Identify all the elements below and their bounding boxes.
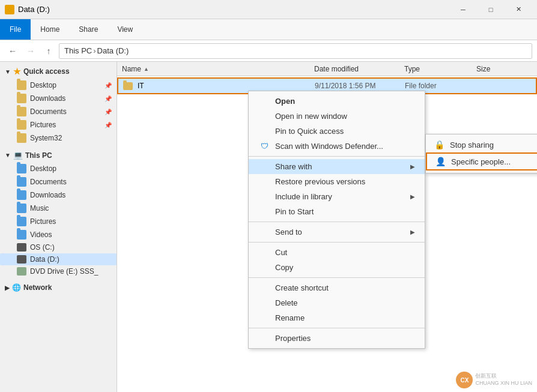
folder-blue-icon — [17, 230, 26, 240]
submenu-share: 🔒 Stop sharing 👤 Specific people... — [425, 134, 537, 173]
menu-separator-4 — [249, 277, 425, 278]
context-menu: Open Open in new window Pin to Quick acc… — [248, 91, 425, 349]
menu-item-copy[interactable]: Copy — [249, 260, 425, 275]
folder-blue-icon — [17, 217, 26, 226]
menu-item-include-library[interactable]: Include in library ▶ — [249, 189, 425, 204]
addressbar: ← → ↑ This PC › Data (D:) — [0, 40, 537, 62]
up-button[interactable]: ↑ — [41, 43, 56, 59]
file-name: IT — [138, 82, 315, 90]
sidebar-item-label: Downloads — [30, 191, 65, 199]
submenu-arrow-icon: ▶ — [410, 193, 415, 200]
sidebar-item-downloads-pc[interactable]: Downloads — [0, 188, 117, 202]
sidebar-item-system32-qa[interactable]: System32 — [0, 131, 117, 145]
sidebar-item-osc[interactable]: OS (C:) — [0, 241, 117, 253]
ribbon: File Home Share View — [0, 19, 537, 40]
sidebar-item-documents-qa[interactable]: Documents 📌 — [0, 105, 117, 118]
pin-icon: 📌 — [105, 122, 112, 128]
menu-separator-3 — [249, 242, 425, 243]
col-header-name[interactable]: Name ▲ — [122, 65, 314, 73]
ribbon-tab-home[interactable]: Home — [31, 19, 69, 40]
sidebar-item-videos-pc[interactable]: Videos — [0, 228, 117, 241]
sidebar-item-pictures-qa[interactable]: Pictures 📌 — [0, 118, 117, 131]
menu-item-open-new-window[interactable]: Open in new window — [249, 109, 425, 124]
column-headers: Name ▲ Date modified Type Size — [117, 62, 537, 76]
minimize-button[interactable]: ─ — [449, 0, 477, 19]
watermark: CX 创新互联 CHUANG XIN HU LIAN — [456, 372, 532, 388]
sidebar: ▼ ★ Quick access Desktop 📌 Downloads 📌 D… — [0, 62, 117, 392]
address-segment-pc: This PC — [64, 46, 92, 55]
submenu-item-stop-sharing[interactable]: 🔒 Stop sharing — [426, 137, 537, 152]
menu-item-delete[interactable]: Delete — [249, 295, 425, 310]
menu-item-pin-quick[interactable]: Pin to Quick access — [249, 124, 425, 139]
sidebar-quickaccess-header[interactable]: ▼ ★ Quick access — [0, 64, 117, 79]
sidebar-item-label: Pictures — [30, 217, 56, 226]
main-area: ▼ ★ Quick access Desktop 📌 Downloads 📌 D… — [0, 62, 537, 392]
sidebar-item-label: Data (D:) — [30, 255, 59, 264]
address-separator: › — [93, 46, 96, 55]
sort-arrow: ▲ — [144, 66, 149, 72]
col-header-date[interactable]: Date modified — [314, 65, 404, 73]
ribbon-tab-view[interactable]: View — [108, 19, 142, 40]
submenu-arrow-icon: ▶ — [410, 229, 415, 235]
sidebar-item-label: OS (C:) — [30, 243, 55, 252]
menu-item-send-to[interactable]: Send to ▶ — [249, 225, 425, 240]
network-icon: 🌐 — [12, 283, 21, 292]
sidebar-item-music-pc[interactable]: Music — [0, 202, 117, 215]
sidebar-item-label: Desktop — [30, 81, 56, 89]
col-header-type[interactable]: Type — [404, 65, 476, 73]
col-header-size[interactable]: Size — [476, 65, 532, 73]
watermark-logo: CX — [456, 372, 473, 388]
forward-button[interactable]: → — [23, 43, 38, 59]
close-button[interactable]: ✕ — [505, 0, 532, 19]
quickaccess-arrow: ▼ — [5, 68, 11, 75]
back-button[interactable]: ← — [5, 43, 20, 59]
sidebar-thispc-header[interactable]: ▼ 💻 This PC — [0, 148, 117, 162]
menu-item-restore[interactable]: Restore previous versions — [249, 174, 425, 189]
menu-item-rename[interactable]: Rename — [249, 310, 425, 325]
maximize-button[interactable]: □ — [477, 0, 505, 19]
pin-icon: 📌 — [105, 82, 112, 89]
pin-icon: 📌 — [105, 95, 112, 102]
drive-icon — [17, 255, 26, 264]
file-date: 9/11/2018 1:56 PM — [315, 82, 405, 90]
file-type: File folder — [405, 82, 477, 90]
menu-item-properties[interactable]: Properties — [249, 331, 425, 346]
sidebar-item-pictures-pc[interactable]: Pictures — [0, 215, 117, 228]
folder-blue-icon — [17, 177, 26, 187]
content-area: Name ▲ Date modified Type Size IT 9/11/2… — [117, 62, 537, 392]
address-path[interactable]: This PC › Data (D:) — [59, 43, 532, 59]
shield-icon: 🛡 — [258, 142, 270, 151]
menu-item-scan[interactable]: 🛡 Scan with Windows Defender... — [249, 139, 425, 154]
menu-item-pin-start[interactable]: Pin to Start — [249, 204, 425, 219]
folder-icon — [17, 94, 26, 103]
submenu-item-specific-people[interactable]: 👤 Specific people... — [426, 152, 537, 170]
sidebar-item-desktop-pc[interactable]: Desktop — [0, 162, 117, 175]
sidebar-item-label: Downloads — [30, 94, 65, 103]
sidebar-item-desktop-qa[interactable]: Desktop 📌 — [0, 79, 117, 92]
sidebar-item-label: Pictures — [30, 121, 56, 129]
menu-item-create-shortcut[interactable]: Create shortcut — [249, 280, 425, 295]
menu-item-share-with[interactable]: Share with ▶ — [249, 159, 425, 174]
titlebar-controls: ─ □ ✕ — [449, 0, 532, 19]
menu-separator-2 — [249, 222, 425, 222]
sidebar-item-downloads-qa[interactable]: Downloads 📌 — [0, 92, 117, 105]
sidebar-item-dvd[interactable]: DVD Drive (E:) SSS_ — [0, 265, 117, 277]
menu-item-cut[interactable]: Cut — [249, 245, 425, 260]
menu-separator-1 — [249, 156, 425, 157]
watermark-symbol: CX — [461, 377, 469, 384]
sidebar-item-label: System32 — [30, 134, 62, 142]
ribbon-tab-share[interactable]: Share — [69, 19, 108, 40]
folder-blue-icon — [17, 164, 26, 173]
menu-item-open[interactable]: Open — [249, 94, 425, 109]
network-label: Network — [23, 283, 52, 292]
submenu-arrow-icon: ▶ — [410, 163, 415, 170]
sidebar-item-datad[interactable]: Data (D:) — [0, 253, 117, 265]
sidebar-item-documents-pc[interactable]: Documents — [0, 175, 117, 188]
quickaccess-label: Quick access — [23, 67, 70, 76]
ribbon-tab-file[interactable]: File — [0, 19, 31, 40]
sidebar-item-label: Music — [30, 204, 49, 213]
sidebar-network-header[interactable]: ▶ 🌐 Network — [0, 281, 117, 294]
folder-icon — [17, 80, 26, 90]
folder-icon — [17, 120, 26, 130]
folder-blue-icon — [17, 190, 26, 200]
